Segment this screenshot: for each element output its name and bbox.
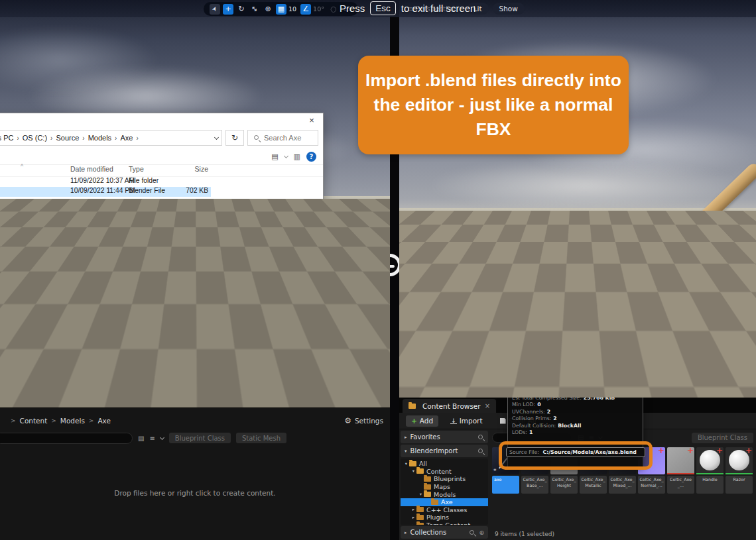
search-icon[interactable] bbox=[477, 448, 484, 455]
open-button[interactable]: Open bbox=[234, 331, 274, 343]
asset-tile[interactable]: +Handle bbox=[696, 447, 724, 494]
close-icon[interactable]: × bbox=[485, 402, 490, 409]
move-tool-icon[interactable]: + bbox=[223, 4, 233, 15]
tree-item-temp-content[interactable]: ▸Temp Content bbox=[401, 521, 488, 525]
tree-item-c-classes[interactable]: ▸C++ Classes bbox=[401, 506, 488, 514]
select-tool-icon[interactable]: ➤ bbox=[210, 4, 220, 15]
tree-item-models[interactable]: ▾Models bbox=[401, 490, 488, 498]
tooltip-label: Disk Size: bbox=[512, 298, 537, 304]
tooltip-row: Triangles:969 bbox=[510, 319, 641, 325]
add-collection-icon[interactable] bbox=[469, 529, 475, 536]
breadcrumb-item[interactable]: Axe bbox=[120, 134, 133, 142]
scale-tool-icon[interactable]: ↔ bbox=[249, 4, 260, 15]
folder-icon bbox=[409, 404, 416, 409]
tree-expander-icon[interactable]: ▾ bbox=[410, 468, 416, 474]
rotate-tool-icon[interactable]: ↻ bbox=[236, 4, 247, 15]
search-icon[interactable] bbox=[477, 434, 484, 441]
breadcrumb-item[interactable]: OS (C:) bbox=[23, 134, 47, 142]
asset-tile[interactable]: +Celtic_Axe_... bbox=[667, 447, 694, 494]
chevron-down-icon[interactable] bbox=[214, 135, 219, 139]
dialog-search-box[interactable]: Search Axe bbox=[247, 130, 318, 146]
chevron-down-icon[interactable] bbox=[220, 319, 225, 323]
breadcrumb-item[interactable]: Axe bbox=[97, 417, 111, 425]
filter-pill-blueprint-class[interactable]: Blueprint Class bbox=[692, 433, 753, 443]
tooltip-value: 2 bbox=[574, 367, 577, 373]
tooltip-value: 59.459 KiB bbox=[539, 298, 570, 304]
status-bar: 9 items (1 selected) bbox=[491, 528, 755, 540]
tooltip-label: Collision Prims: bbox=[512, 415, 551, 421]
view-list-icon[interactable]: ▤ bbox=[271, 152, 278, 161]
filter-pill-blueprint-class[interactable]: Blueprint Class bbox=[169, 433, 231, 443]
column-type[interactable]: Type bbox=[129, 165, 144, 173]
grid-snap-value[interactable]: 10 bbox=[288, 5, 296, 13]
tree-item-maps[interactable]: Maps bbox=[401, 483, 488, 491]
settings-button[interactable]: ⚙ Settings bbox=[344, 416, 383, 425]
source-root-header[interactable]: ▾ BlenderImport bbox=[401, 445, 488, 457]
chevron-down-icon[interactable] bbox=[160, 435, 164, 439]
tree-expander-icon[interactable]: ▾ bbox=[403, 461, 409, 466]
asset-tile[interactable]: +Razor bbox=[725, 447, 753, 494]
address-breadcrumb[interactable]: ›This PC›OS (C:)›Source›Models›Axe› bbox=[0, 130, 222, 146]
world-coordinate-icon[interactable]: ⊕ bbox=[263, 4, 273, 15]
breadcrumb-item[interactable]: Models bbox=[60, 417, 85, 425]
tooltip-value: 0 B bbox=[588, 381, 598, 387]
tooltip-label: Nanite Fallback Percent: bbox=[512, 340, 574, 346]
tooltip-label: Nanite Enabled: bbox=[512, 374, 553, 380]
tooltip-value: 2 bbox=[539, 305, 542, 311]
filter-icon[interactable]: ≡ bbox=[149, 435, 155, 442]
tree-item-plugins[interactable]: ▸Plugins bbox=[401, 513, 488, 521]
tree-item-content[interactable]: ▾Content bbox=[401, 468, 488, 476]
file-name-input[interactable]: axe.blend bbox=[37, 315, 228, 328]
filter-pill-static-mesh[interactable]: Static Mesh bbox=[236, 433, 286, 443]
import-button[interactable]: ↓ Import bbox=[445, 415, 487, 427]
cloud bbox=[426, 159, 744, 212]
column-date-modified[interactable]: Date modified bbox=[70, 165, 113, 173]
cancel-button[interactable]: Cancel bbox=[278, 331, 318, 343]
tree-item-axe[interactable]: Axe bbox=[401, 498, 488, 506]
asset-tooltip: axe (Static Mesh) Path:/Game/Models/AxeA… bbox=[507, 260, 643, 467]
file-row[interactable]: 10/09/2022 11:44 PMBlender File702 KB bbox=[0, 187, 211, 197]
breadcrumb-item[interactable]: Content bbox=[20, 417, 48, 425]
search-icon bbox=[253, 135, 260, 141]
preview-pane-icon[interactable]: ▥ bbox=[294, 152, 300, 161]
grid-snap-icon[interactable]: ▦ bbox=[276, 4, 286, 15]
tree-expander-icon[interactable]: ▸ bbox=[410, 507, 416, 512]
tree-item-all[interactable]: ▾All bbox=[401, 460, 488, 468]
fullscreen-exit-hint: Press Esc to exit full screen bbox=[340, 0, 475, 16]
dialog-footer: File name: axe.blend All Files (*.3g2;*.… bbox=[0, 311, 323, 344]
tree-expander-icon[interactable]: ▸ bbox=[410, 523, 416, 525]
add-button[interactable]: + Add bbox=[406, 415, 438, 427]
tree-expander-icon[interactable]: ▾ bbox=[418, 492, 424, 497]
collections-header[interactable]: ▸ Collections ⊕ bbox=[401, 526, 488, 539]
tooltip-label: Cooking Filepath Length: bbox=[512, 292, 576, 297]
save-search-icon[interactable]: ▤ bbox=[138, 435, 144, 442]
tree-expander-icon[interactable]: ▸ bbox=[410, 515, 416, 520]
favorites-header[interactable]: ▸ Favorites bbox=[401, 431, 488, 443]
scale-snap-icon[interactable]: ○ bbox=[328, 4, 339, 15]
rotation-snap-icon[interactable]: ∠ bbox=[300, 4, 311, 15]
tooltip-row: LODs:1 bbox=[510, 429, 641, 436]
refresh-button[interactable]: ↻ bbox=[225, 130, 244, 146]
show-menu[interactable]: Show bbox=[493, 3, 525, 15]
file-row[interactable]: 11/09/2022 10:37 AMFile folder bbox=[0, 177, 323, 187]
tooltip-value: 79 / 210 bbox=[572, 284, 595, 290]
editor-stage: ➤ + ↻ ↔ ⊕ ▦ 10 ∠ 10° ○ ▭ ≡Perspective Li… bbox=[0, 0, 756, 540]
breadcrumb-item[interactable]: Models bbox=[88, 134, 111, 142]
asset-label: Celtic_Axe_Mixed_... bbox=[609, 476, 636, 494]
search-input[interactable] bbox=[0, 433, 133, 444]
breadcrumb-item[interactable]: This PC bbox=[0, 134, 13, 142]
gear-icon: ⚙ bbox=[344, 416, 351, 425]
asset-thumbnail: + bbox=[725, 447, 753, 474]
content-browser-tab[interactable]: Content Browser × bbox=[403, 399, 496, 413]
chevron-right-icon: ▸ bbox=[405, 530, 407, 535]
close-icon[interactable]: × bbox=[300, 113, 323, 127]
tooltip-value: 816 B bbox=[564, 353, 581, 359]
chevron-down-icon[interactable] bbox=[284, 153, 288, 158]
rotation-snap-value[interactable]: 10° bbox=[313, 5, 324, 13]
column-size[interactable]: Size bbox=[170, 165, 208, 173]
breadcrumb-item[interactable]: Source bbox=[56, 134, 79, 142]
add-collection-plus-icon[interactable]: ⊕ bbox=[479, 529, 484, 536]
help-icon[interactable]: ? bbox=[306, 152, 316, 162]
file-type-select[interactable]: All Files (*.3g2;*.3gp;*.3gpp;*.3g bbox=[234, 315, 318, 328]
tree-item-blueprints[interactable]: Blueprints bbox=[401, 475, 488, 483]
